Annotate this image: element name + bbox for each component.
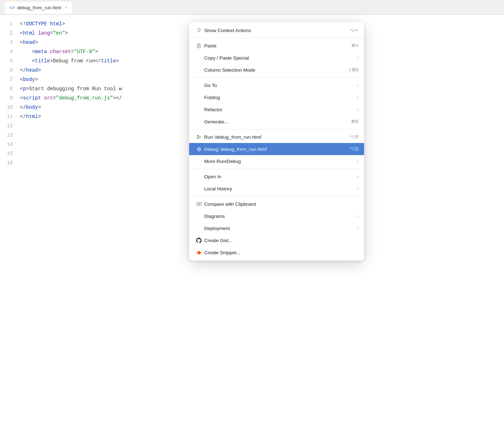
menu-item-run[interactable]: Run 'debug_from_run.html' ^⇧R <box>189 131 364 143</box>
svg-rect-4 <box>198 44 200 45</box>
svg-point-9 <box>198 148 200 150</box>
menu-item-compare-clipboard[interactable]: Compare with Clipboard <box>189 198 364 210</box>
menu-shortcut-run: ^⇧R <box>350 134 358 139</box>
line-num-2: 2 <box>0 29 13 38</box>
menu-label-debug: Debug 'debug_from_run.html' <box>204 147 347 152</box>
menu-label-open-in: Open In <box>204 174 354 179</box>
line-numbers: 1 2 3 4 5 6 7 8 9 10 11 12 13 14 15 16 <box>0 19 19 168</box>
arrow-open-in: › <box>357 174 358 179</box>
arrow-go-to: › <box>357 83 358 87</box>
github-icon <box>195 237 203 243</box>
arrow-refactor: › <box>357 107 358 112</box>
svg-point-0 <box>197 28 200 31</box>
line-num-12: 12 <box>0 121 13 130</box>
line-num-13: 13 <box>0 130 13 140</box>
menu-label-column-selection: Column Selection Mode <box>204 67 345 73</box>
line-num-3: 3 <box>0 38 13 47</box>
svg-marker-7 <box>197 135 201 139</box>
separator-2 <box>189 77 364 78</box>
menu-label-paste: Paste <box>204 43 348 48</box>
menu-label-create-gist: Create Gist... <box>204 238 358 243</box>
menu-label-local-history: Local History <box>204 186 354 191</box>
menu-label-show-context-actions: Show Context Actions <box>204 28 347 33</box>
menu-label-copy-paste-special: Copy / Paste Special <box>204 55 354 61</box>
file-tab[interactable]: <> debug_from_run.html × <box>4 1 72 14</box>
menu-item-copy-paste-special[interactable]: Copy / Paste Special › <box>189 52 364 64</box>
arrow-diagrams: › <box>357 214 358 218</box>
separator-5 <box>189 196 364 196</box>
menu-item-go-to[interactable]: Go To › <box>189 79 364 91</box>
menu-item-diagrams[interactable]: Diagrams › <box>189 210 364 222</box>
menu-shortcut-column-selection: ⇧⌘8 <box>348 67 358 72</box>
menu-label-generate: Generate... <box>204 119 348 124</box>
context-menu: Show Context Actions ⌥↵ Paste ⌘V Copy / … <box>189 22 364 261</box>
line-num-6: 6 <box>0 66 13 75</box>
run-icon <box>195 134 203 139</box>
line-num-4: 4 <box>0 47 13 56</box>
tab-close-button[interactable]: × <box>65 5 67 10</box>
line-num-9: 9 <box>0 93 13 103</box>
separator-1 <box>189 38 364 38</box>
menu-item-column-selection[interactable]: Column Selection Mode ⇧⌘8 <box>189 64 364 76</box>
menu-item-open-in[interactable]: Open In › <box>189 170 364 183</box>
menu-item-local-history[interactable]: Local History › <box>189 183 364 195</box>
menu-shortcut-show-context-actions: ⌥↵ <box>350 28 358 33</box>
menu-item-more-run-debug[interactable]: More Run/Debug › <box>189 155 364 167</box>
menu-label-create-snippet: Create Snippet... <box>204 250 358 255</box>
menu-item-show-context-actions[interactable]: Show Context Actions ⌥↵ <box>189 24 364 36</box>
arrow-folding: › <box>357 95 358 99</box>
separator-3 <box>189 129 364 129</box>
debug-icon <box>195 147 203 152</box>
menu-shortcut-generate: ⌘N <box>351 119 358 124</box>
line-num-14: 14 <box>0 140 13 149</box>
menu-label-run: Run 'debug_from_run.html' <box>204 134 347 140</box>
menu-item-paste[interactable]: Paste ⌘V <box>189 40 364 52</box>
menu-shortcut-debug: ^⇧D <box>350 147 358 152</box>
file-type-icon: <> <box>10 5 15 10</box>
compare-clipboard-icon <box>195 201 203 207</box>
menu-label-deployment: Deployment <box>204 226 354 231</box>
menu-item-generate[interactable]: Generate... ⌘N <box>189 116 364 128</box>
menu-label-compare-clipboard: Compare with Clipboard <box>204 201 358 207</box>
menu-shortcut-paste: ⌘V <box>351 43 358 48</box>
menu-item-debug[interactable]: Debug 'debug_from_run.html' ^⇧D <box>189 143 364 155</box>
editor-container: <> debug_from_run.html × 1 2 3 4 5 6 7 8… <box>0 0 504 435</box>
arrow-local-history: › <box>357 186 358 191</box>
menu-item-refactor[interactable]: Refactor › <box>189 103 364 116</box>
arrow-more-run-debug: › <box>357 159 358 163</box>
line-num-1: 1 <box>0 19 13 29</box>
menu-label-go-to: Go To <box>204 83 354 88</box>
menu-item-create-snippet[interactable]: Create Snippet... <box>189 246 364 259</box>
menu-label-more-run-debug: More Run/Debug <box>204 159 354 164</box>
line-num-5: 5 <box>0 56 13 66</box>
menu-item-folding[interactable]: Folding › <box>189 91 364 103</box>
paste-icon <box>195 43 203 48</box>
arrow-deployment: › <box>357 226 358 230</box>
line-num-11: 11 <box>0 112 13 121</box>
tab-filename: debug_from_run.html <box>17 5 61 10</box>
lightbulb-icon <box>195 28 203 33</box>
menu-label-refactor: Refactor <box>204 107 354 112</box>
line-num-8: 8 <box>0 84 13 93</box>
tab-bar: <> debug_from_run.html × <box>0 0 504 15</box>
line-num-7: 7 <box>0 75 13 84</box>
arrow-copy-paste-special: › <box>357 56 358 60</box>
menu-item-deployment[interactable]: Deployment › <box>189 222 364 234</box>
separator-4 <box>189 169 364 169</box>
menu-label-diagrams: Diagrams <box>204 214 354 219</box>
menu-item-create-gist[interactable]: Create Gist... <box>189 234 364 246</box>
menu-label-folding: Folding <box>204 95 354 100</box>
line-num-15: 15 <box>0 149 13 158</box>
gitlab-icon <box>195 250 203 255</box>
line-num-16: 16 <box>0 158 13 168</box>
line-num-10: 10 <box>0 103 13 112</box>
